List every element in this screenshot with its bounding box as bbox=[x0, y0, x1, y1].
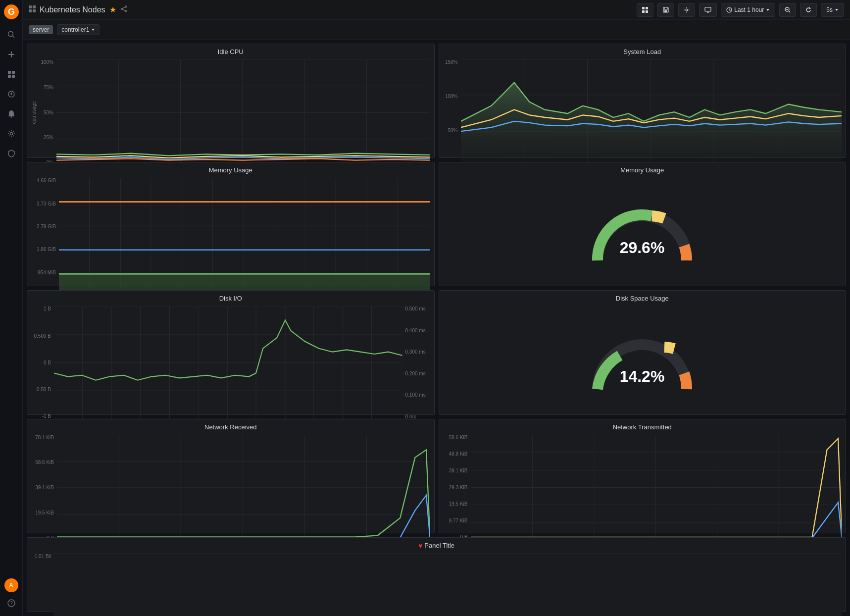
panel-title-panel: ♥ Panel Title 1.01 Bil bbox=[27, 537, 846, 612]
disk-y-labels-right: 0.500 ms0.400 ms0.300 ms0.200 ms0.100 ms… bbox=[404, 306, 430, 419]
memory-gauge-panel: Memory Usage 29.6% bbox=[439, 162, 847, 286]
svg-rect-16 bbox=[29, 5, 32, 8]
svg-rect-28 bbox=[646, 10, 648, 13]
topbar: Kubernetes Nodes ★ bbox=[23, 0, 850, 20]
memory-gauge-container: 29.6% bbox=[439, 176, 846, 286]
panel-chart bbox=[54, 554, 842, 616]
svg-line-23 bbox=[122, 7, 125, 8]
disk-io-body: 1 B0.500 B0 B-0.50 B-1 B bbox=[27, 304, 434, 436]
disk-space-gauge-panel: Disk Space Usage 14.2% bbox=[439, 290, 847, 414]
panel-title-body: 1.01 Bil bbox=[27, 552, 846, 616]
svg-rect-12 bbox=[10, 116, 12, 118]
sidebar-apps-icon[interactable] bbox=[2, 65, 20, 83]
sidebar-help-icon[interactable]: ? bbox=[2, 594, 20, 612]
network-tx-chart bbox=[471, 435, 842, 540]
save-btn[interactable] bbox=[657, 3, 674, 17]
disk-io-panel: Disk I/O 1 B0.500 B0 B-0.50 B-1 B bbox=[27, 290, 435, 414]
svg-text:14.2%: 14.2% bbox=[620, 367, 665, 385]
idle-cpu-panel: Idle CPU cpu usage 100%75%50%25%0% bbox=[27, 44, 435, 158]
disk-space-gauge-title: Disk Space Usage bbox=[610, 291, 675, 304]
system-load-chart bbox=[461, 59, 842, 167]
server-filter-label: server bbox=[29, 25, 53, 34]
disk-io-chart bbox=[54, 306, 402, 419]
svg-text:?: ? bbox=[10, 601, 13, 606]
disk-space-gauge-container: 14.2% bbox=[439, 304, 846, 414]
memory-chart bbox=[59, 178, 430, 298]
title-text: Kubernetes Nodes bbox=[40, 5, 105, 14]
svg-rect-30 bbox=[664, 10, 667, 12]
panel-title-header: ♥ Panel Title bbox=[27, 538, 846, 552]
sidebar-settings-icon[interactable] bbox=[2, 125, 20, 143]
svg-line-3 bbox=[12, 36, 14, 38]
sidebar-search-icon[interactable] bbox=[2, 26, 20, 44]
controller-select[interactable]: controller1 bbox=[57, 24, 100, 35]
y-axis-label: cpu usage bbox=[31, 59, 37, 165]
controller-label: controller1 bbox=[61, 26, 89, 33]
panel-title-text: Panel Title bbox=[424, 542, 454, 549]
main-content: Kubernetes Nodes ★ bbox=[23, 0, 850, 616]
time-range-picker[interactable]: Last 1 hour bbox=[721, 3, 775, 17]
memory-usage-chart-title: Memory Usage bbox=[27, 162, 434, 176]
refresh-btn[interactable] bbox=[800, 3, 817, 17]
svg-line-40 bbox=[789, 11, 791, 12]
zoom-out-btn[interactable] bbox=[779, 3, 796, 17]
idle-cpu-title: Idle CPU bbox=[27, 44, 434, 57]
sidebar-alerts-icon[interactable] bbox=[2, 105, 20, 123]
svg-rect-6 bbox=[8, 71, 11, 74]
sidebar: G bbox=[0, 0, 23, 616]
dashboard-grid: Idle CPU cpu usage 100%75%50%25%0% bbox=[23, 40, 850, 616]
network-transmitted-title: Network Transmitted bbox=[439, 419, 846, 433]
dashboard-title: Kubernetes Nodes ★ bbox=[40, 5, 127, 14]
system-load-panel: System Load 150%100%50%0% bbox=[439, 44, 847, 158]
disk-io-title: Disk I/O bbox=[27, 291, 434, 304]
svg-point-13 bbox=[10, 133, 12, 135]
svg-marker-60 bbox=[461, 83, 842, 168]
sidebar-explore-icon[interactable] bbox=[2, 85, 20, 103]
mem-y-labels: 4.66 GiB3.73 GiB2.79 GiB1.86 GiB954 MiB0… bbox=[31, 178, 57, 298]
svg-point-31 bbox=[686, 9, 688, 11]
network-rx-chart bbox=[57, 435, 430, 541]
nettx-y-labels: 58.6 KiB48.8 KiB39.1 KiB29.3 KiB19.5 KiB… bbox=[443, 435, 469, 540]
star-icon[interactable]: ★ bbox=[109, 5, 116, 14]
svg-rect-8 bbox=[8, 75, 11, 78]
sidebar-bottom: A ? bbox=[2, 578, 20, 612]
app-logo[interactable]: G bbox=[3, 4, 19, 20]
svg-point-22 bbox=[125, 10, 126, 12]
network-received-panel: Network Received 78.1 KiB58.6 KiB39.1 Ki… bbox=[27, 419, 435, 533]
disk-y-labels-left: 1 B0.500 B0 B-0.50 B-1 B bbox=[31, 306, 52, 419]
svg-point-21 bbox=[121, 8, 122, 10]
svg-rect-9 bbox=[12, 75, 15, 78]
filterbar: server controller1 bbox=[23, 20, 850, 40]
svg-rect-25 bbox=[642, 7, 645, 9]
network-transmitted-panel: Network Transmitted 58.6 KiB48.8 KiB39.1… bbox=[439, 419, 847, 533]
refresh-interval-label: 5s bbox=[826, 6, 833, 13]
network-received-title: Network Received bbox=[27, 419, 434, 433]
memory-usage-chart-panel: Memory Usage 4.66 GiB3.73 GiB2.79 GiB1.8… bbox=[27, 162, 435, 286]
netrx-y-labels: 78.1 KiB58.6 KiB39.1 KiB19.5 KiB0 B bbox=[31, 435, 55, 541]
time-range-label: Last 1 hour bbox=[734, 6, 764, 13]
svg-rect-26 bbox=[646, 7, 648, 9]
sidebar-shield-icon[interactable] bbox=[2, 145, 20, 162]
svg-rect-19 bbox=[33, 9, 36, 12]
memory-gauge-title: Memory Usage bbox=[614, 162, 670, 176]
svg-rect-27 bbox=[642, 10, 645, 13]
svg-point-20 bbox=[125, 6, 126, 7]
refresh-interval[interactable]: 5s bbox=[821, 3, 844, 17]
svg-text:29.6%: 29.6% bbox=[620, 239, 665, 257]
svg-rect-32 bbox=[705, 7, 711, 11]
share-icon[interactable] bbox=[120, 5, 127, 14]
tv-mode-btn[interactable] bbox=[699, 3, 717, 17]
system-load-y-labels: 150%100%50%0% bbox=[443, 59, 459, 167]
svg-line-37 bbox=[729, 10, 731, 11]
svg-rect-7 bbox=[12, 71, 15, 74]
idle-cpu-chart bbox=[56, 59, 430, 165]
svg-text:G: G bbox=[7, 7, 14, 17]
y-labels: 100%75%50%25%0% bbox=[39, 59, 54, 165]
sidebar-add-icon[interactable] bbox=[2, 46, 20, 63]
svg-line-24 bbox=[122, 9, 125, 11]
settings-btn[interactable] bbox=[678, 3, 695, 17]
add-panel-btn[interactable] bbox=[637, 3, 653, 17]
svg-rect-18 bbox=[29, 9, 32, 12]
grid-icon[interactable] bbox=[29, 5, 36, 14]
user-avatar[interactable]: A bbox=[4, 578, 18, 592]
